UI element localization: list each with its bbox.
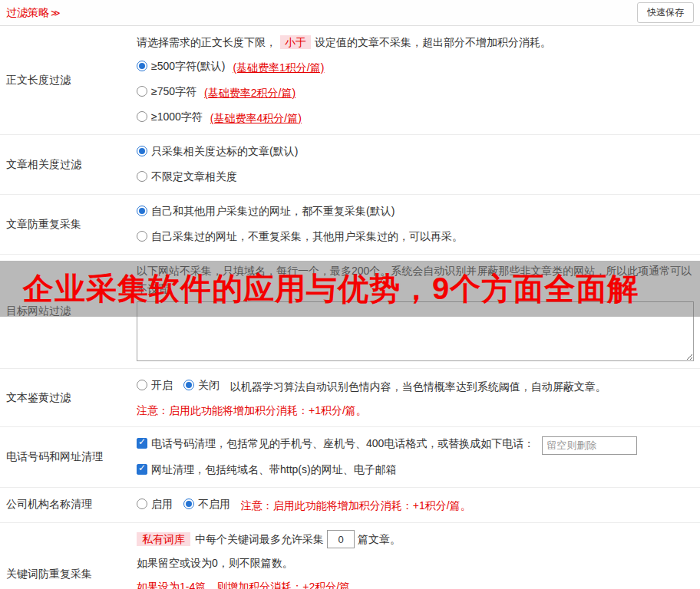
row-keyword-dedup: 关键词防重复采集 私有词库中每个关键词最多允许采集篇文章。 如果留空或设为0，则… bbox=[0, 523, 700, 589]
top-bar: 过滤策略≫ 快速保存 bbox=[0, 0, 700, 26]
radio-label: 不限定文章相关度 bbox=[151, 167, 237, 186]
radio-icon bbox=[183, 380, 194, 390]
row-company-name-cleanup: 公司机构名称清理 启用 不启用 注意：启用此功能将增加积分消耗：+1积分/篇。 bbox=[0, 488, 700, 523]
radio-icon bbox=[137, 146, 147, 156]
radio-label: ≥500字符(默认) bbox=[151, 57, 225, 75]
radio-icon bbox=[183, 499, 194, 509]
row-label: 正文长度过滤 bbox=[0, 26, 130, 134]
length-note-2: (基础费率2积分/篇) bbox=[204, 87, 296, 99]
radio-icon bbox=[137, 171, 147, 182]
radio-label: 自己和其他用户采集过的网址，都不重复采集(默认) bbox=[151, 202, 395, 220]
radio-icon bbox=[137, 380, 147, 390]
page-title-text: 过滤策略 bbox=[6, 6, 49, 18]
row-content: 电话号码清理，包括常见的手机号、座机号、400电话格式，或替换成如下电话： 网址… bbox=[130, 427, 700, 487]
radio-icon bbox=[137, 499, 147, 509]
row-dedup-collection: 文章防重复采集 自己和其他用户采集过的网址，都不重复采集(默认) 自己采集过的网… bbox=[0, 195, 700, 255]
length-note-1: (基础费率1积分/篇) bbox=[233, 61, 324, 74]
row-label: 文章相关度过滤 bbox=[0, 135, 130, 194]
radio-label: 不启用 bbox=[198, 495, 230, 513]
radio-length-750[interactable]: ≥750字符 bbox=[137, 82, 196, 100]
radio-label: 关闭 bbox=[198, 376, 220, 394]
row-content: 以下网站不采集，只填域名，每行一个，最多200个。系统会自动识别并屏蔽那些非文章… bbox=[130, 255, 700, 368]
length-intro: 请选择需求的正文长度下限，小于设定值的文章不采集，超出部分不增加积分消耗。 bbox=[137, 33, 694, 51]
checkbox-label: 电话号码清理，包括常见的手机号、座机号、400电话格式，或替换成如下电话： bbox=[151, 434, 534, 452]
page-title[interactable]: 过滤策略≫ bbox=[6, 6, 61, 20]
keyword-line1-end: 篇文章。 bbox=[358, 533, 401, 545]
keyword-line2: 如果留空或设为0，则不限篇数。 bbox=[137, 554, 694, 572]
radio-porn-off[interactable]: 关闭 bbox=[183, 376, 220, 394]
row-porn-filter: 文本鉴黄过滤 开启 关闭 以机器学习算法自动识别色情内容，当色情概率达到系统阈值… bbox=[0, 369, 700, 427]
radio-length-500[interactable]: ≥500字符(默认) bbox=[137, 57, 225, 75]
length-intro-before: 请选择需求的正文长度下限， bbox=[137, 36, 276, 48]
length-note-3: (基础费率4积分/篇) bbox=[210, 112, 302, 124]
radio-dedup-all-users[interactable]: 自己和其他用户采集过的网址，都不重复采集(默认) bbox=[137, 202, 395, 220]
radio-label: ≥1000字符 bbox=[151, 107, 203, 126]
radio-label: 开启 bbox=[151, 376, 173, 394]
radio-relevance-any[interactable]: 不限定文章相关度 bbox=[137, 167, 237, 186]
keyword-line1-mid: 中每个关键词最多允许采集 bbox=[195, 533, 324, 545]
row-label: 目标网站过滤 bbox=[0, 255, 130, 368]
row-label: 电话号码和网址清理 bbox=[0, 427, 130, 487]
row-content: 启用 不启用 注意：启用此功能将增加积分消耗：+1积分/篇。 bbox=[130, 488, 700, 522]
private-lexicon-tag: 私有词库 bbox=[137, 532, 190, 546]
radio-label: 只采集相关度达标的文章(默认) bbox=[151, 142, 298, 160]
blocked-sites-textarea[interactable] bbox=[137, 301, 694, 361]
row-label: 文章防重复采集 bbox=[0, 195, 130, 254]
length-intro-after: 设定值的文章不采集，超出部分不增加积分消耗。 bbox=[315, 36, 551, 48]
radio-company-on[interactable]: 启用 bbox=[137, 495, 173, 513]
radio-company-off[interactable]: 不启用 bbox=[183, 495, 230, 513]
radio-icon bbox=[137, 206, 147, 216]
row-label: 公司机构名称清理 bbox=[0, 488, 130, 522]
row-phone-url-cleanup: 电话号码和网址清理 电话号码清理，包括常见的手机号、座机号、400电话格式，或替… bbox=[0, 427, 700, 488]
radio-label: 启用 bbox=[151, 495, 173, 513]
porn-filter-description: 以机器学习算法自动识别色情内容，当色情概率达到系统阈值，自动屏蔽文章。 bbox=[230, 380, 606, 393]
target-sites-description: 以下网站不采集，只填域名，每行一个，最多200个。系统会自动识别并屏蔽那些非文章… bbox=[137, 262, 694, 298]
porn-filter-note: 注意：启用此功能将增加积分消耗：+1积分/篇。 bbox=[137, 401, 694, 420]
filter-settings-page: 过滤策略≫ 快速保存 正文长度过滤 请选择需求的正文长度下限，小于设定值的文章不… bbox=[0, 0, 700, 589]
radio-length-1000[interactable]: ≥1000字符 bbox=[137, 107, 203, 126]
checkbox-url-cleanup[interactable]: 网址清理，包括纯域名、带http(s)的网址、电子邮箱 bbox=[137, 460, 397, 479]
checkbox-icon bbox=[137, 438, 147, 449]
row-text-length-filter: 正文长度过滤 请选择需求的正文长度下限，小于设定值的文章不采集，超出部分不增加积… bbox=[0, 26, 700, 135]
replacement-phone-input[interactable] bbox=[542, 436, 637, 455]
length-intro-highlight: 小于 bbox=[280, 35, 311, 49]
row-target-site-filter: 目标网站过滤 以下网站不采集，只填域名，每行一个，最多200个。系统会自动识别并… bbox=[0, 255, 700, 369]
radio-dedup-self-only[interactable]: 自己采集过的网址，不重复采集，其他用户采集过的，可以再采。 bbox=[137, 227, 463, 245]
chevron-down-icon: ≫ bbox=[51, 8, 61, 18]
radio-icon bbox=[137, 231, 147, 242]
row-content: 私有词库中每个关键词最多允许采集篇文章。 如果留空或设为0，则不限篇数。 如果设… bbox=[130, 523, 700, 589]
checkbox-icon bbox=[137, 464, 147, 475]
row-content: 自己和其他用户采集过的网址，都不重复采集(默认) 自己采集过的网址，不重复采集，… bbox=[130, 195, 700, 254]
radio-relevance-strict[interactable]: 只采集相关度达标的文章(默认) bbox=[137, 142, 298, 160]
radio-icon bbox=[137, 86, 147, 97]
radio-label: ≥750字符 bbox=[151, 82, 196, 100]
checkbox-label: 网址清理，包括纯域名、带http(s)的网址、电子邮箱 bbox=[151, 460, 397, 479]
row-content: 请选择需求的正文长度下限，小于设定值的文章不采集，超出部分不增加积分消耗。 ≥5… bbox=[130, 26, 700, 134]
row-content: 只采集相关度达标的文章(默认) 不限定文章相关度 bbox=[130, 135, 700, 194]
radio-icon bbox=[137, 111, 147, 122]
radio-label: 自己采集过的网址，不重复采集，其他用户采集过的，可以再采。 bbox=[151, 227, 463, 245]
row-content: 开启 关闭 以机器学习算法自动识别色情内容，当色情概率达到系统阈值，自动屏蔽文章… bbox=[130, 369, 700, 426]
checkbox-phone-cleanup[interactable]: 电话号码清理，包括常见的手机号、座机号、400电话格式，或替换成如下电话： bbox=[137, 434, 534, 452]
quick-save-button[interactable]: 快速保存 bbox=[637, 2, 694, 23]
row-label: 关键词防重复采集 bbox=[0, 523, 130, 589]
radio-icon bbox=[137, 61, 147, 71]
radio-porn-on[interactable]: 开启 bbox=[137, 376, 173, 394]
row-label: 文本鉴黄过滤 bbox=[0, 369, 130, 426]
max-articles-input[interactable] bbox=[327, 530, 355, 548]
keyword-line3: 如果设为1-4篇，则增加积分消耗：+2积分/篇。 bbox=[137, 577, 694, 589]
company-cleanup-note: 注意：启用此功能将增加积分消耗：+1积分/篇。 bbox=[241, 499, 471, 512]
row-relevance-filter: 文章相关度过滤 只采集相关度达标的文章(默认) 不限定文章相关度 bbox=[0, 135, 700, 195]
